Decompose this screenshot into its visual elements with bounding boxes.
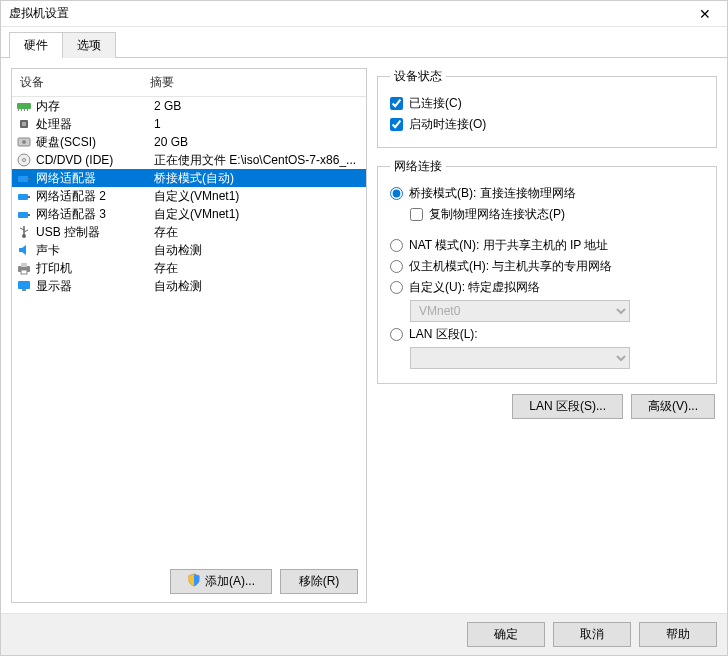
- device-summary: 2 GB: [154, 99, 360, 113]
- device-summary: 1: [154, 117, 360, 131]
- add-button[interactable]: 添加(A)...: [170, 569, 272, 594]
- device-name: USB 控制器: [36, 224, 154, 241]
- cd-icon: [16, 152, 32, 168]
- device-row[interactable]: 内存2 GB: [12, 97, 366, 115]
- printer-icon: [16, 260, 32, 276]
- svg-rect-16: [28, 214, 30, 216]
- connect-poweron-checkbox[interactable]: [390, 118, 403, 131]
- help-button[interactable]: 帮助: [639, 622, 717, 647]
- device-name: 网络适配器: [36, 170, 154, 187]
- device-name: 网络适配器 2: [36, 188, 154, 205]
- dialog-footer: 确定 取消 帮助: [1, 613, 727, 655]
- device-row[interactable]: 硬盘(SCSI)20 GB: [12, 133, 366, 151]
- svg-point-10: [23, 159, 26, 162]
- network-connection-group: 网络连接 桥接模式(B): 直接连接物理网络 复制物理网络连接状态(P) NAT…: [377, 158, 717, 384]
- device-status-group: 设备状态 已连接(C) 启动时连接(O): [377, 68, 717, 148]
- custom-radio[interactable]: [390, 281, 403, 294]
- svg-rect-4: [27, 109, 28, 111]
- device-summary: 存在: [154, 260, 360, 277]
- custom-network-select: VMnet0: [410, 300, 630, 322]
- memory-icon: [16, 98, 32, 114]
- device-name: 声卡: [36, 242, 154, 259]
- header-device[interactable]: 设备: [20, 74, 150, 91]
- hostonly-label: 仅主机模式(H): 与主机共享的专用网络: [409, 258, 612, 275]
- hdd-icon: [16, 134, 32, 150]
- device-name: 显示器: [36, 278, 154, 295]
- device-row[interactable]: 网络适配器桥接模式(自动): [12, 169, 366, 187]
- device-name: 硬盘(SCSI): [36, 134, 154, 151]
- tab-hardware[interactable]: 硬件: [9, 32, 63, 58]
- svg-rect-24: [18, 281, 30, 289]
- lansegment-label: LAN 区段(L):: [409, 326, 478, 343]
- device-list[interactable]: 内存2 GB处理器1硬盘(SCSI)20 GBCD/DVD (IDE)正在使用文…: [12, 97, 366, 561]
- advanced-button[interactable]: 高级(V)...: [631, 394, 715, 419]
- svg-rect-1: [18, 109, 19, 111]
- device-status-legend: 设备状态: [390, 68, 446, 85]
- device-row[interactable]: 声卡自动检测: [12, 241, 366, 259]
- cpu-icon: [16, 116, 32, 132]
- svg-rect-11: [18, 176, 28, 182]
- svg-rect-23: [21, 270, 27, 274]
- connected-checkbox[interactable]: [390, 97, 403, 110]
- net-icon: [16, 170, 32, 186]
- network-connection-legend: 网络连接: [390, 158, 446, 175]
- device-row[interactable]: 显示器自动检测: [12, 277, 366, 295]
- tab-row: 硬件 选项: [1, 27, 727, 58]
- hostonly-radio[interactable]: [390, 260, 403, 273]
- device-summary: 自定义(VMnet1): [154, 188, 360, 205]
- svg-rect-25: [22, 289, 26, 291]
- shield-icon: [187, 573, 201, 590]
- net-icon: [16, 206, 32, 222]
- bridged-radio[interactable]: [390, 187, 403, 200]
- device-summary: 自动检测: [154, 278, 360, 295]
- header-summary[interactable]: 摘要: [150, 74, 358, 91]
- remove-button[interactable]: 移除(R): [280, 569, 358, 594]
- svg-rect-2: [21, 109, 22, 111]
- svg-rect-14: [28, 196, 30, 198]
- device-name: 处理器: [36, 116, 154, 133]
- device-name: 打印机: [36, 260, 154, 277]
- connect-poweron-label: 启动时连接(O): [409, 116, 486, 133]
- svg-rect-6: [22, 122, 26, 126]
- sound-icon: [16, 242, 32, 258]
- ok-button[interactable]: 确定: [467, 622, 545, 647]
- device-row[interactable]: 打印机存在: [12, 259, 366, 277]
- svg-rect-0: [17, 103, 31, 109]
- device-summary: 存在: [154, 224, 360, 241]
- usb-icon: [16, 224, 32, 240]
- tab-options[interactable]: 选项: [62, 32, 116, 58]
- svg-point-8: [22, 140, 26, 144]
- nat-label: NAT 模式(N): 用于共享主机的 IP 地址: [409, 237, 608, 254]
- svg-rect-13: [18, 194, 28, 200]
- svg-rect-22: [21, 263, 27, 267]
- device-summary: 正在使用文件 E:\iso\CentOS-7-x86_...: [154, 152, 360, 169]
- lan-segments-button[interactable]: LAN 区段(S)...: [512, 394, 623, 419]
- device-summary: 自动检测: [154, 242, 360, 259]
- custom-label: 自定义(U): 特定虚拟网络: [409, 279, 540, 296]
- lansegment-select: [410, 347, 630, 369]
- device-row[interactable]: 网络适配器 3自定义(VMnet1): [12, 205, 366, 223]
- cancel-button[interactable]: 取消: [553, 622, 631, 647]
- device-summary: 20 GB: [154, 135, 360, 149]
- device-panel: 设备 摘要 内存2 GB处理器1硬盘(SCSI)20 GBCD/DVD (IDE…: [11, 68, 367, 603]
- device-row[interactable]: 处理器1: [12, 115, 366, 133]
- add-button-label: 添加(A)...: [205, 573, 255, 590]
- device-name: 网络适配器 3: [36, 206, 154, 223]
- replicate-label: 复制物理网络连接状态(P): [429, 206, 565, 223]
- svg-rect-12: [28, 178, 30, 180]
- nat-radio[interactable]: [390, 239, 403, 252]
- replicate-checkbox[interactable]: [410, 208, 423, 221]
- device-row[interactable]: USB 控制器存在: [12, 223, 366, 241]
- device-row[interactable]: 网络适配器 2自定义(VMnet1): [12, 187, 366, 205]
- device-summary: 桥接模式(自动): [154, 170, 360, 187]
- net-icon: [16, 188, 32, 204]
- connected-label: 已连接(C): [409, 95, 462, 112]
- close-icon[interactable]: ✕: [691, 4, 719, 24]
- device-row[interactable]: CD/DVD (IDE)正在使用文件 E:\iso\CentOS-7-x86_.…: [12, 151, 366, 169]
- device-list-header: 设备 摘要: [12, 69, 366, 97]
- device-name: 内存: [36, 98, 154, 115]
- svg-rect-3: [24, 109, 25, 111]
- lansegment-radio[interactable]: [390, 328, 403, 341]
- svg-rect-15: [18, 212, 28, 218]
- device-name: CD/DVD (IDE): [36, 153, 154, 167]
